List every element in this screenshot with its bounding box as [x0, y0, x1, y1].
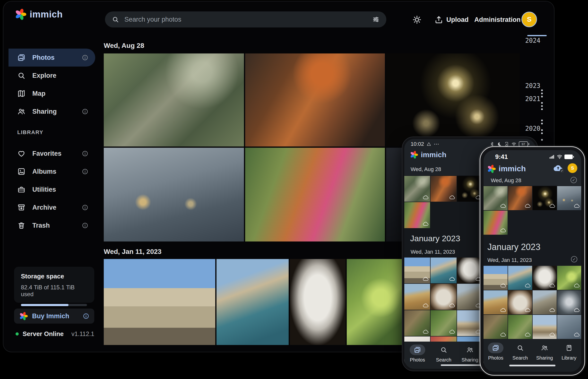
- people-icon: [541, 344, 548, 351]
- photo-thumbnail-ruins[interactable]: [533, 290, 557, 314]
- photo-thumbnail-sculpt[interactable]: [430, 284, 456, 310]
- timeline-year-2023[interactable]: 2023: [523, 82, 540, 89]
- filter-tune-icon[interactable]: [372, 16, 380, 23]
- photo-thumbnail-zoo[interactable]: [404, 176, 430, 202]
- photo-thumbnail-autumn[interactable]: [484, 211, 508, 235]
- library-section-header: LIBRARY: [17, 129, 43, 136]
- photo-thumbnail-trophy[interactable]: [557, 290, 581, 314]
- buy-immich-button[interactable]: Buy Immich: [14, 309, 94, 324]
- photo-thumbnail-autumn[interactable]: [404, 202, 430, 228]
- photo-thumbnail-lizard1[interactable]: [404, 310, 430, 336]
- timeline-year-2020[interactable]: 2020: [523, 125, 540, 132]
- sidebar-item-map[interactable]: Map: [9, 85, 95, 103]
- info-icon[interactable]: [82, 222, 88, 229]
- info-icon[interactable]: [83, 313, 89, 319]
- select-day-checkmark[interactable]: ✓: [571, 177, 577, 183]
- phone2-nav-library[interactable]: Library: [557, 343, 581, 361]
- info-icon[interactable]: [82, 108, 88, 115]
- cloud-backup-icon: [525, 283, 530, 288]
- photo-thumbnail-coast[interactable]: [430, 257, 456, 283]
- timeline-year-2024[interactable]: 2024: [523, 37, 540, 44]
- photo-thumbnail-castle[interactable]: [484, 266, 508, 290]
- photo-thumbnail-dinner-table[interactable]: [245, 53, 385, 146]
- photo-thumbnail-bust[interactable]: [290, 259, 346, 345]
- user-avatar[interactable]: S: [568, 163, 577, 173]
- phone2-bottom-nav: Photos Search Sharing Library: [484, 339, 581, 372]
- photo-thumbnail-bust[interactable]: [533, 266, 557, 290]
- overflow-dots-icon: ⋯: [434, 141, 439, 147]
- sidebar-item-albums[interactable]: Albums: [9, 162, 95, 180]
- sidebar-item-photos[interactable]: Photos: [9, 48, 95, 66]
- photo-thumbnail-beach[interactable]: [404, 284, 430, 310]
- bluetooth-icon: [490, 142, 494, 146]
- app-logo[interactable]: immich: [15, 9, 63, 20]
- timeline-year-2021[interactable]: 2021: [523, 95, 540, 103]
- search-bar[interactable]: [105, 11, 386, 28]
- photo-thumbnail-table[interactable]: [430, 176, 456, 202]
- user-avatar[interactable]: S: [522, 12, 537, 27]
- upload-button[interactable]: Upload: [446, 16, 469, 24]
- sidebar-item-utilities[interactable]: Utilities: [9, 180, 95, 199]
- photo-thumbnail-fireworks[interactable]: [386, 53, 520, 146]
- select-day-checkmark[interactable]: ✓: [571, 256, 577, 262]
- photo-thumbnail-ruins[interactable]: [457, 284, 483, 310]
- people-icon: [466, 346, 474, 353]
- storage-progress-track: [21, 304, 87, 306]
- photo-thumbnail-lizard2[interactable]: [508, 315, 532, 339]
- timeline-position-indicator[interactable]: [527, 35, 547, 36]
- photo-thumbnail-hands[interactable]: [104, 148, 244, 241]
- photo-thumbnail-table[interactable]: [508, 186, 532, 210]
- info-icon[interactable]: [82, 168, 88, 175]
- search-input[interactable]: [124, 16, 367, 24]
- upload-icon[interactable]: [434, 15, 444, 24]
- photo-thumbnail-church[interactable]: [457, 310, 483, 336]
- photo-thumbnail-lizard2[interactable]: [430, 310, 456, 336]
- battery-icon: [564, 155, 574, 159]
- cloud-backup-icon: [501, 332, 506, 337]
- photo-thumbnail-castle[interactable]: [404, 257, 430, 283]
- wifi-icon: [511, 142, 516, 146]
- photo-thumbnail-sculpt[interactable]: [508, 290, 532, 314]
- photo-thumbnail-berries[interactable]: [347, 259, 403, 345]
- photo-thumbnail-lizard1[interactable]: [484, 315, 508, 339]
- photo-thumbnail-coast[interactable]: [508, 266, 532, 290]
- sidebar-item-trash[interactable]: Trash: [9, 217, 95, 235]
- sidebar-item-sharing[interactable]: Sharing: [9, 103, 95, 121]
- sim-missing-icon: [504, 142, 509, 146]
- photo-thumbnail-autumn-path[interactable]: [245, 148, 385, 241]
- info-icon[interactable]: [82, 54, 88, 61]
- photo-thumbnail-bust[interactable]: [457, 257, 483, 283]
- sidebar-item-explore[interactable]: Explore: [9, 66, 95, 85]
- photo-thumbnail-castle[interactable]: [104, 259, 215, 345]
- image-icon: [17, 167, 26, 176]
- backup-cloud-icon[interactable]: ✓: [553, 164, 564, 173]
- phone2-nav-photos[interactable]: Photos: [484, 343, 508, 361]
- info-icon[interactable]: [82, 204, 88, 211]
- administration-link[interactable]: Administration: [474, 16, 521, 24]
- photo-thumbnail-fireworks[interactable]: [533, 186, 557, 210]
- phone2-screen: 9:41 immich ✓ S Wed, Aug 28 ✓ January 20: [484, 150, 581, 372]
- server-version: v1.112.1: [71, 331, 94, 337]
- photo-thumbnail-zoo[interactable]: [104, 53, 244, 146]
- photo-thumbnail-beach[interactable]: [484, 290, 508, 314]
- phone2-status-bar: 9:41: [484, 153, 581, 160]
- photo-thumbnail-berries[interactable]: [557, 266, 581, 290]
- phone2-nav-search[interactable]: Search: [508, 343, 533, 361]
- phone1-nav-photos[interactable]: Photos: [404, 345, 430, 363]
- theme-toggle-sun-icon[interactable]: [412, 15, 422, 24]
- sidebar: Photos Explore Map Sharing LIBRARY Favor…: [3, 28, 99, 352]
- photos-icon: [492, 344, 499, 351]
- phone1-nav-search[interactable]: Search: [430, 345, 457, 363]
- photo-thumbnail-fireworks[interactable]: [457, 176, 483, 202]
- photo-thumbnail-church[interactable]: [533, 315, 557, 339]
- phone2-nav-sharing[interactable]: Sharing: [532, 343, 557, 361]
- phone1-nav-sharing[interactable]: Sharing: [457, 345, 483, 363]
- server-online-dot: [16, 332, 19, 335]
- photo-thumbnail-zoo[interactable]: [484, 186, 508, 210]
- photo-thumbnail-coast-tower[interactable]: [217, 259, 289, 345]
- photo-thumbnail-bridge[interactable]: [557, 315, 581, 339]
- info-icon[interactable]: [82, 150, 88, 157]
- sidebar-item-favorites[interactable]: Favorites: [9, 144, 95, 162]
- photo-thumbnail-hands[interactable]: [557, 186, 581, 210]
- sidebar-item-archive[interactable]: Archive: [9, 199, 95, 217]
